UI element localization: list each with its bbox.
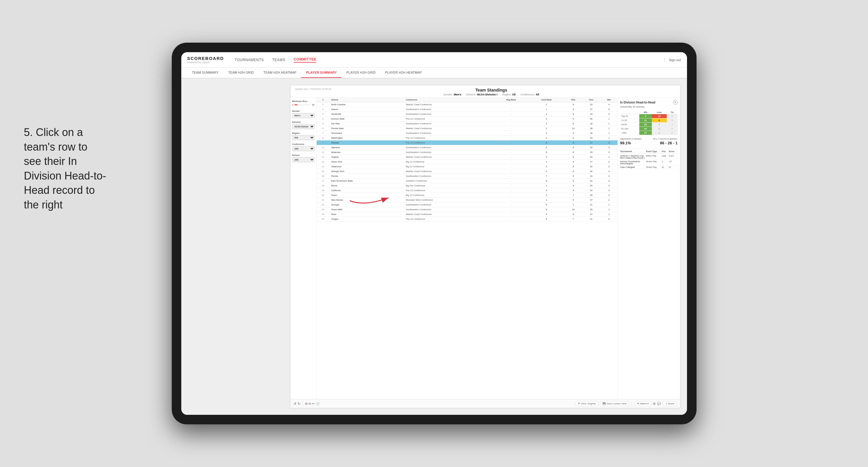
h2h-close-button[interactable]: ✕ [673, 100, 678, 105]
h2h-row: 51-100 20 3 0 [620, 127, 678, 131]
region-select[interactable]: N/A [292, 135, 315, 140]
h2h-win-header: Win [639, 111, 652, 114]
clock-icon[interactable]: 🕐 [316, 402, 319, 405]
table-row[interactable]: 18 Illinois Big Ten Conference - 1 9 25 … [317, 183, 618, 188]
table-row[interactable]: 14 Oklahoma Big 12 Conference - 2 8 24 2 [317, 164, 618, 169]
th-event-type: Event Type [646, 150, 661, 152]
share-button[interactable]: ↗ Share [662, 401, 677, 406]
table-row[interactable]: 5 Ole Miss Southeastern Conference - 3 6… [317, 121, 618, 126]
min-rounds-row: 4 20 [292, 103, 315, 106]
col-num: # [317, 97, 330, 102]
table-row[interactable]: 2 Auburn Southeastern Conference - 1 9 2… [317, 107, 618, 112]
col-conference: Conference [405, 97, 494, 102]
sub-nav-player-h2h-heatmap[interactable]: PLAYER H2H HEATMAP [380, 68, 427, 78]
conference-select[interactable]: (All) [292, 146, 315, 151]
h2h-panel: In Division Head-to-Head ✕ University of… [618, 97, 680, 399]
sub-nav-player-summary[interactable]: PLAYER SUMMARY [301, 68, 341, 78]
grid-icon[interactable]: ⊞ [305, 402, 307, 405]
table-row[interactable]: 13 Texas Tech Big 12 Conference - 1 9 27… [317, 160, 618, 164]
col-reg-rank: Reg Rank [494, 97, 528, 102]
sub-nav-team-h2h-grid[interactable]: TEAM H2H GRID [223, 68, 258, 78]
col-school: School [329, 97, 405, 102]
bottom-toolbar: ↺ ↻ ⊞ ⧉ ••• 🕐 👁 View: Original 💾 Save Cu… [290, 399, 680, 408]
region-section: Region N/A [292, 132, 315, 140]
toolbar-right: 👁 View: Original 💾 Save Custom View 👁 Wa… [575, 401, 677, 406]
division-section: Division NCAA Division I [292, 121, 315, 129]
h2h-grid-table: Win Loss Tie Top 10 3 13 0 11-25 [620, 111, 678, 135]
table-row[interactable]: 3 Vanderbilt Southeastern Conference - 2… [317, 112, 618, 117]
copy-icon[interactable]: ⧉ [309, 402, 311, 406]
col-tour: Tour [582, 97, 600, 102]
nav-teams[interactable]: TEAMS [272, 58, 285, 62]
redo-button[interactable]: ↻ [298, 402, 301, 406]
opponents-row: Opponents in division: W-L-T record in-d… [620, 137, 678, 140]
gender-select[interactable]: Men's [292, 113, 315, 118]
logo-subtitle: Powered by clippd [187, 61, 224, 64]
table-row[interactable]: 4 Arizona State Pac-12 Conference - 3 9 … [317, 117, 618, 121]
th-tournament: Tournament [620, 150, 646, 152]
table-row[interactable]: 6 Florida State Atlantic Coast Conferenc… [317, 126, 618, 131]
dashboard-title: Team Standings [331, 88, 652, 92]
table-row[interactable]: 9 Arizona Pac-12 Conference - 8 5 17 3 [317, 141, 618, 145]
table-row[interactable]: 25 Oregon Pac-12 Conference - 5 7 21 0 [317, 217, 618, 222]
table-row[interactable]: 23 Texas A&M Southeastern Conference - 9… [317, 207, 618, 212]
nav-committee[interactable]: COMMITTEE [294, 57, 317, 63]
sub-nav: TEAM SUMMARY TEAM H2H GRID TEAM H2H HEAT… [181, 68, 687, 79]
table-row[interactable]: 10 Alabama Southeastern Conference - 5 8… [317, 145, 618, 150]
table-row[interactable]: 8 Washington Pac-12 Conference - 2 8 23 … [317, 136, 618, 141]
save-custom-view-button[interactable]: 💾 Save Custom View [600, 401, 629, 406]
tournament-row: Jackson T. Stephens Cup Men's Match-Play… [620, 154, 678, 160]
more-icon[interactable]: ••• [312, 402, 315, 405]
undo-button[interactable]: ↺ [293, 402, 297, 406]
sub-nav-player-h2h-grid[interactable]: PLAYER H2H GRID [341, 68, 380, 78]
table-row[interactable]: 16 Florida Southeastern Conference - 7 9… [317, 174, 618, 179]
table-row[interactable]: 1 North Carolina Atlantic Coast Conferen… [317, 102, 618, 107]
stats-values-row: 99.1% 86 - 26 - 1 [620, 141, 678, 145]
table-row[interactable]: 24 Duke Atlantic Coast Conference - 5 9 … [317, 212, 618, 217]
table-row[interactable]: 12 Virginia Atlantic Coast Conference - … [317, 155, 618, 160]
slider-track[interactable] [294, 104, 311, 105]
min-rounds-value: 4 [292, 103, 293, 106]
wlt-value: 86 - 26 - 1 [660, 141, 678, 145]
instruction-text: 5. Click on a team's row to see their In… [24, 125, 107, 212]
dashboard-body: Minimum Rou... 4 20 Gend [290, 97, 680, 399]
min-rounds-label: Minimum Rou... [292, 100, 315, 102]
sub-nav-team-summary[interactable]: TEAM SUMMARY [187, 68, 224, 78]
conference-filter: Conference: All [520, 93, 539, 96]
col-conf-rank: Conf Rank [528, 97, 565, 102]
col-win: Win [600, 97, 617, 102]
table-row[interactable]: 7 Tennessee Southeastern Conference - 4 … [317, 131, 618, 136]
division-select[interactable]: NCAA Division I [292, 124, 315, 129]
tournament-headers: Tournament Event Type Pos Score [620, 150, 678, 153]
view-original-button[interactable]: 👁 View: Original [575, 401, 598, 406]
gender-section: Gender Men's [292, 110, 315, 118]
divider-1 [303, 401, 303, 406]
tournament-row: Cabo Collegiate Stroke Play 11 17 [620, 165, 678, 169]
table-row[interactable]: 15 Georgia Tech Atlantic Coast Conferenc… [317, 169, 618, 174]
conference-label: Conference [292, 143, 315, 146]
logo-title: SCOREBOARD [187, 56, 224, 61]
filters-sidebar: Minimum Rou... 4 20 Gend [290, 97, 317, 399]
layout-icon[interactable]: ⊞ [653, 402, 655, 405]
tournament-section: Tournament Event Type Pos Score Jackson … [620, 148, 678, 169]
table-row[interactable]: 11 Arkansas Southeastern Conference - 6 … [317, 150, 618, 155]
h2h-row: Top 10 3 13 0 [620, 114, 678, 118]
h2h-row: >100 27 0 0 [620, 131, 678, 135]
h2h-row: 11-25 11 8 0 [620, 118, 678, 123]
instruction-panel: 5. Click on a team's row to see their In… [24, 125, 107, 212]
sign-out-button[interactable]: Sign out [664, 58, 681, 62]
nav-tournaments[interactable]: TOURNAMENTS [235, 58, 264, 62]
logo-area: SCOREBOARD Powered by clippd [187, 56, 224, 64]
region-filter: Region: All [502, 93, 516, 96]
sub-nav-team-h2h-heatmap[interactable]: TEAM H2H HEATMAP [258, 68, 301, 78]
table-row[interactable]: 17 East Tennessee State Southern Confere… [317, 179, 618, 183]
comment-icon[interactable]: 💬 [657, 402, 661, 405]
filter-row: Gender: Men's Division: NCAA Division I … [331, 93, 652, 96]
school-select[interactable]: (All) [292, 157, 315, 162]
main-content: Update time: 27/03/2024 16:56:26 Team St… [181, 79, 687, 415]
division-label: Division [292, 121, 315, 123]
h2h-title: In Division Head-to-Head [620, 101, 655, 104]
nav-links: TOURNAMENTS TEAMS COMMITTEE [235, 57, 664, 63]
watch-button[interactable]: 👁 Watch ▾ [634, 401, 651, 406]
tournament-row: Arizona Thunderbirds Intercollegiate Str… [620, 160, 678, 165]
